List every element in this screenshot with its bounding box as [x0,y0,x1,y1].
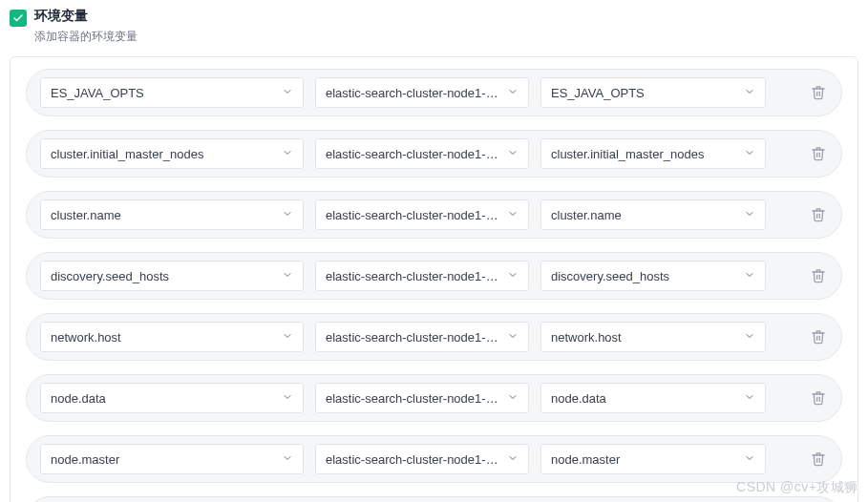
env-key-text: node.master [51,452,274,467]
env-key-select[interactable]: cluster.initial_master_nodes [40,138,304,169]
env-key-text: cluster.initial_master_nodes [51,147,274,161]
env-var-row: node.data elastic-search-cluster-node1-c… [26,374,842,422]
trash-icon [811,451,826,467]
chevron-down-icon [507,208,519,222]
section-checkbox[interactable] [10,10,27,27]
delete-row-button[interactable] [809,266,828,285]
trash-icon [811,207,826,222]
trash-icon [811,146,826,161]
env-source-text: elastic-search-cluster-node1-conf(e [326,452,499,467]
env-var-row: discovery.seed_hosts elastic-search-clus… [26,252,842,300]
env-source-text: elastic-search-cluster-node1-conf(e [326,269,499,283]
chevron-down-icon [744,452,755,467]
env-var-row: network.host elastic-search-cluster-node… [26,313,842,361]
env-source-select[interactable]: elastic-search-cluster-node1-conf(e [315,261,529,291]
check-icon [12,12,24,24]
env-key-select[interactable]: node.data [40,383,304,413]
env-key-text: discovery.seed_hosts [51,269,274,283]
env-key-text: cluster.name [51,208,274,222]
chevron-down-icon [282,452,293,467]
env-value-select[interactable]: node.data [540,383,766,413]
chevron-down-icon [282,269,293,283]
env-key-select[interactable]: ES_JAVA_OPTS [40,77,304,108]
env-var-row: ES_JAVA_OPTS elastic-search-cluster-node… [26,69,842,116]
env-var-row: node.master elastic-search-cluster-node1… [26,435,842,483]
env-value-select[interactable]: ES_JAVA_OPTS [540,77,766,108]
env-key-text: network.host [51,330,274,345]
env-value-select[interactable]: cluster.initial_master_nodes [540,138,766,169]
env-source-select[interactable]: elastic-search-cluster-node1-conf(e [315,383,529,413]
env-source-text: elastic-search-cluster-node1-conf(e [326,86,499,100]
chevron-down-icon [744,330,755,345]
trash-icon [811,390,826,406]
chevron-down-icon [507,269,519,283]
chevron-down-icon [507,391,519,406]
env-source-select[interactable]: elastic-search-cluster-node1-conf(e [315,444,529,474]
chevron-down-icon [507,452,519,467]
env-value-select[interactable]: discovery.seed_hosts [540,261,766,291]
delete-row-button[interactable] [809,388,828,408]
env-key-select[interactable]: discovery.seed_hosts [40,261,304,291]
delete-row-button[interactable] [809,83,828,102]
env-key-text: ES_JAVA_OPTS [51,86,274,100]
chevron-down-icon [744,208,755,222]
chevron-down-icon [282,330,293,345]
chevron-down-icon [282,391,293,406]
env-value-select[interactable]: node.master [540,444,766,474]
trash-icon [811,268,826,283]
chevron-down-icon [282,208,293,222]
env-value-text: ES_JAVA_OPTS [551,86,736,100]
env-key-text: node.data [51,391,274,406]
env-value-text: discovery.seed_hosts [551,269,736,283]
env-key-select[interactable]: node.master [40,444,304,474]
env-source-select[interactable]: elastic-search-cluster-node1-conf(e [315,322,529,352]
env-source-text: elastic-search-cluster-node1-conf(e [326,330,499,345]
chevron-down-icon [507,86,519,100]
env-source-select[interactable]: elastic-search-cluster-node1-conf(e [315,77,529,108]
delete-row-button[interactable] [809,450,828,469]
env-source-text: elastic-search-cluster-node1-conf(e [326,147,499,161]
chevron-down-icon [507,330,519,345]
env-var-row: cluster.name elastic-search-cluster-node… [26,191,842,239]
env-value-text: network.host [551,330,736,345]
env-source-text: elastic-search-cluster-node1-conf(e [326,208,499,222]
env-value-text: node.data [551,391,736,406]
delete-row-button[interactable] [809,327,828,346]
env-value-text: cluster.name [551,208,736,222]
chevron-down-icon [744,391,755,406]
env-source-select[interactable]: elastic-search-cluster-node1-conf(e [315,138,529,169]
env-value-text: node.master [551,452,736,467]
chevron-down-icon [744,269,755,283]
env-var-row: cluster.initial_master_nodes elastic-sea… [26,130,842,178]
env-value-select[interactable]: cluster.name [540,199,766,230]
env-key-select[interactable]: cluster.name [40,199,304,230]
delete-row-button[interactable] [809,205,828,224]
delete-row-button[interactable] [809,144,828,163]
env-value-text: cluster.initial_master_nodes [551,147,736,161]
chevron-down-icon [744,86,755,100]
chevron-down-icon [507,147,519,161]
chevron-down-icon [282,86,293,100]
trash-icon [811,85,826,100]
env-key-select[interactable]: network.host [40,322,304,352]
env-source-select[interactable]: elastic-search-cluster-node1-conf(e [315,199,529,230]
env-var-row: node.name elastic-search-cluster-node1-c… [26,496,842,502]
trash-icon [811,329,826,345]
section-title: 环境变量 [34,8,138,25]
env-source-text: elastic-search-cluster-node1-conf(e [326,391,499,406]
env-value-select[interactable]: network.host [540,322,766,352]
section-subtitle: 添加容器的环境变量 [34,29,138,45]
section-header: 环境变量 添加容器的环境变量 [10,8,858,45]
chevron-down-icon [744,147,755,161]
chevron-down-icon [282,147,293,161]
env-vars-panel: ES_JAVA_OPTS elastic-search-cluster-node… [10,56,858,502]
